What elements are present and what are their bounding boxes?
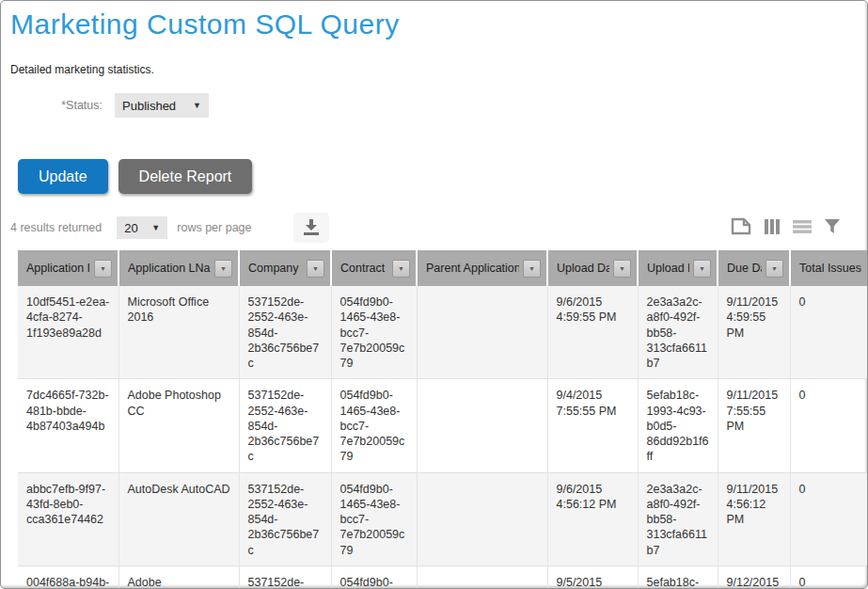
chevron-down-icon: ▼ — [312, 265, 319, 272]
table-cell: 9/6/2015 4:59:55 PM — [547, 286, 638, 379]
table-cell: 054fd9b0-1465-43e8-bcc7-7e7b20059c79 — [331, 379, 417, 472]
table-cell: 0 — [790, 565, 868, 589]
page-view-button[interactable] — [731, 217, 751, 238]
rows-view-button[interactable] — [793, 219, 812, 237]
filter-icon — [824, 218, 841, 237]
chevron-down-icon: ▼ — [193, 101, 201, 110]
chevron-down-icon: ▼ — [398, 265, 404, 272]
table-cell: 054fd9b0-1465-43e8-bcc7-7e7b20059c79 — [331, 565, 417, 589]
column-header-label: Parent Application ID — [426, 262, 519, 275]
delete-report-button[interactable]: Delete Report — [118, 159, 253, 194]
status-select-value: Published — [122, 99, 176, 113]
table-body: 10df5451-e2ea-4cfa-8274-1f193e89a28dMicr… — [18, 286, 868, 589]
table-cell: 2e3a3a2c-a8f0-492f-bb58-313cfa6611b7 — [638, 286, 718, 379]
column-header-label: Application ID — [26, 262, 90, 275]
page-content: Marketing Custom SQL Query Detailed mark… — [1, 1, 867, 589]
download-button[interactable] — [293, 213, 329, 243]
column-header-company-id[interactable]: Company ID▼ — [239, 250, 331, 286]
table-cell: AutoDesk AutoCAD — [118, 472, 239, 565]
column-filter-dropdown-button[interactable]: ▼ — [765, 260, 783, 278]
column-header-application-id[interactable]: Application ID▼ — [18, 250, 118, 286]
table-cell: 0 — [790, 379, 868, 472]
column-header-label: Upload By — [647, 262, 689, 275]
table-cell: Adobe Dreamweaver CC — [118, 565, 239, 589]
table-row[interactable]: 7dc4665f-732b-481b-bbde-4b87403a494bAdob… — [18, 379, 868, 472]
status-form-row: *Status: Published ▼ — [10, 93, 867, 118]
column-filter-dropdown-button[interactable]: ▼ — [214, 260, 232, 278]
action-buttons: Update Delete Report — [18, 159, 867, 194]
table-cell: Adobe Photoshop CC — [118, 379, 239, 472]
table-header-row: Application ID▼Application LName▼Company… — [18, 250, 868, 286]
rows-icon — [793, 219, 812, 237]
chevron-down-icon: ▼ — [151, 223, 160, 232]
table-cell — [417, 472, 547, 565]
table-row[interactable]: abbc7efb-9f97-43fd-8eb0-cca361e74462Auto… — [18, 472, 868, 565]
table-cell — [417, 379, 547, 472]
column-filter-dropdown-button[interactable]: ▼ — [523, 260, 541, 278]
column-filter-dropdown-button[interactable]: ▼ — [693, 260, 711, 278]
column-header-upload-date[interactable]: Upload Date▼ — [547, 250, 638, 286]
table-cell: 9/11/2015 4:56:12 PM — [718, 472, 790, 565]
filter-button[interactable] — [824, 218, 841, 237]
table-cell: 0 — [790, 472, 868, 565]
column-filter-dropdown-button[interactable]: ▼ — [94, 260, 112, 278]
results-count-text: 4 results returned — [10, 221, 102, 234]
table-cell: 7dc4665f-732b-481b-bbde-4b87403a494b — [18, 379, 118, 472]
table-cell: 9/11/2015 7:55:55 PM — [718, 379, 790, 472]
columns-view-button[interactable] — [764, 218, 781, 238]
table-cell: 5efab18c-1993-4c93-b0d5-86dd92b1f6ff — [638, 379, 718, 472]
data-grid: Application ID▼Application LName▼Company… — [18, 250, 868, 589]
column-filter-dropdown-button[interactable]: ▼ — [392, 260, 410, 278]
update-button[interactable]: Update — [18, 159, 108, 194]
page-size-value: 20 — [124, 221, 137, 235]
status-select[interactable]: Published ▼ — [115, 93, 209, 118]
rows-per-page-label: rows per page — [177, 221, 251, 234]
table-cell: 9/4/2015 7:55:55 PM — [547, 379, 638, 472]
column-header-contract-id[interactable]: Contract ID▼ — [331, 250, 417, 286]
page-size-select[interactable]: 20 ▼ — [117, 216, 167, 239]
column-header-label: Application LName — [128, 262, 211, 275]
columns-icon — [764, 218, 781, 238]
column-header-application-lname[interactable]: Application LName▼ — [118, 250, 239, 286]
table-cell: 9/11/2015 4:59:55 PM — [718, 286, 790, 379]
chevron-down-icon: ▼ — [771, 265, 778, 272]
table-cell: 537152de-2552-463e-854d-2b36c756be7c — [239, 286, 331, 379]
table-row[interactable]: 10df5451-e2ea-4cfa-8274-1f193e89a28dMicr… — [18, 286, 868, 379]
column-header-label: Due Date — [727, 262, 762, 275]
table-cell: 537152de-2552-463e-854d-2b36c756be7c — [239, 472, 331, 565]
column-header-total-issues[interactable]: Total Issues▼ — [790, 250, 868, 286]
column-header-label: Total Issues — [799, 262, 861, 275]
status-label: *Status: — [10, 99, 103, 112]
table-cell: Microsoft Office 2016 — [118, 286, 239, 379]
table-cell: 9/12/2015 3:15:27 AM — [718, 565, 790, 589]
chevron-down-icon: ▼ — [220, 265, 227, 272]
table-cell: 10df5451-e2ea-4cfa-8274-1f193e89a28d — [18, 286, 118, 379]
column-header-label: Company ID — [248, 262, 303, 275]
table-cell: 0 — [790, 286, 868, 379]
chevron-down-icon: ▼ — [699, 265, 705, 272]
column-header-upload-by[interactable]: Upload By▼ — [638, 250, 718, 286]
chevron-down-icon: ▼ — [100, 265, 106, 272]
results-bar: 4 results returned 20 ▼ rows per page — [10, 213, 854, 243]
page-icon — [731, 217, 751, 238]
table-cell: abbc7efb-9f97-43fd-8eb0-cca361e74462 — [18, 472, 118, 565]
table-cell: 054fd9b0-1465-43e8-bcc7-7e7b20059c79 — [331, 472, 417, 565]
chevron-down-icon: ▼ — [619, 265, 625, 272]
table-cell: 5efab18c-1993-4c93-b0d5-86dd92b1f6ff — [638, 565, 718, 589]
table-cell — [417, 286, 547, 379]
column-filter-dropdown-button[interactable]: ▼ — [613, 260, 631, 278]
column-header-parent-application-id[interactable]: Parent Application ID▼ — [417, 250, 547, 286]
table-cell: 054fd9b0-1465-43e8-bcc7-7e7b20059c79 — [331, 286, 417, 379]
download-icon — [302, 218, 321, 238]
chevron-down-icon: ▼ — [529, 265, 535, 272]
page-subtitle: Detailed marketing statistics. — [10, 63, 867, 76]
table-cell: 9/6/2015 4:56:12 PM — [547, 472, 638, 565]
column-header-label: Upload Date — [557, 262, 609, 275]
table-row[interactable]: 004f688a-b94b-4ccf-86de-e4b9cbbb9cdeAdob… — [18, 565, 868, 589]
column-filter-dropdown-button[interactable]: ▼ — [307, 260, 324, 278]
table-cell — [417, 565, 547, 589]
page-title: Marketing Custom SQL Query — [10, 8, 867, 40]
column-header-label: Contract ID — [340, 262, 388, 275]
app-window: Marketing Custom SQL Query Detailed mark… — [0, 0, 868, 589]
column-header-due-date[interactable]: Due Date▼ — [718, 250, 790, 286]
